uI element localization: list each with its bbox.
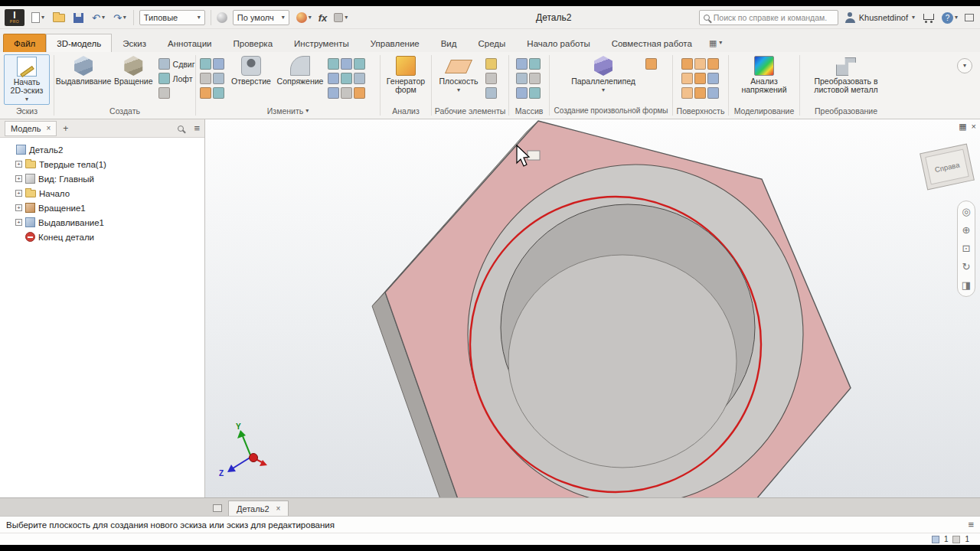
measure-button[interactable]: ▾ — [332, 11, 349, 24]
expander-icon[interactable]: + — [15, 175, 22, 182]
save-button[interactable] — [72, 11, 85, 24]
tab-file[interactable]: Файл — [3, 34, 46, 52]
delete-face-icon[interactable] — [341, 87, 352, 99]
parameters-button[interactable]: fx — [318, 12, 328, 24]
pattern-along-curve-icon[interactable] — [516, 87, 528, 99]
redo-button[interactable]: ↷▾ — [112, 11, 128, 24]
revolve-button[interactable]: Вращение — [113, 54, 155, 87]
material-dropdown[interactable]: По умолч ▾ — [233, 10, 289, 25]
unwrap-icon[interactable] — [213, 87, 224, 99]
browser-search-icon[interactable] — [178, 126, 184, 132]
tree-item-solid-bodies[interactable]: + Твердые тела(1) — [3, 157, 201, 171]
stress-analysis-button[interactable]: Анализ напряжений — [733, 54, 795, 96]
app-store-cart-icon[interactable] — [922, 12, 935, 23]
point-icon[interactable] — [485, 73, 497, 84]
suppress-pattern-icon[interactable] — [529, 87, 541, 99]
tab-sketch[interactable]: Эскиз — [112, 34, 157, 52]
tab-inspect[interactable]: Проверка — [223, 34, 284, 52]
sweep-button[interactable]: Сдвиг — [158, 58, 195, 70]
panel-label-pattern[interactable]: Массив — [509, 104, 549, 117]
sketch-pattern-icon[interactable] — [529, 73, 541, 84]
extrude-button[interactable]: Выдавливание — [58, 54, 109, 87]
loft-button[interactable]: Лофт — [158, 73, 195, 84]
tree-item-revolution1[interactable]: + Вращение1 — [3, 201, 201, 215]
ucs-icon[interactable] — [485, 87, 497, 99]
add-browser-tab-button[interactable]: + — [63, 123, 68, 134]
thicken-icon[interactable] — [328, 87, 339, 99]
rectangular-pattern-icon[interactable] — [516, 58, 528, 70]
expander-icon[interactable]: + — [15, 190, 22, 197]
stitch-icon[interactable] — [681, 58, 693, 70]
trim-surface-icon[interactable] — [707, 58, 719, 70]
expander-icon[interactable]: + — [15, 161, 22, 168]
start-2d-sketch-button[interactable]: Начать 2D-эскиз ▾ — [4, 54, 50, 105]
browser-menu-icon[interactable]: ≡ — [194, 122, 200, 134]
pan-icon[interactable]: ⊕ — [962, 225, 971, 236]
decal-icon[interactable] — [200, 73, 211, 84]
shell-icon[interactable] — [341, 58, 352, 70]
help-button[interactable]: ? ▾ — [942, 12, 958, 24]
new-file-button[interactable]: ▾ — [30, 11, 46, 24]
orbit-icon[interactable]: ↻ — [962, 262, 971, 272]
panel-label-convert[interactable]: Преобразование — [800, 104, 892, 117]
tree-item-origin[interactable]: + Начало — [3, 186, 201, 201]
document-list-icon[interactable] — [213, 504, 222, 512]
tab-view[interactable]: Вид — [430, 34, 468, 52]
tree-item-end-of-part[interactable]: Конец детали — [3, 230, 201, 244]
panel-toggle-icon[interactable] — [965, 14, 974, 21]
rib-icon[interactable] — [200, 58, 211, 70]
fillet-button[interactable]: Сопряжение — [276, 54, 324, 87]
tree-item-extrusion1[interactable]: + Выдавливание1 — [3, 215, 201, 230]
tab-environments[interactable]: Среды — [468, 34, 517, 52]
tree-item-view-main[interactable]: + Вид: Главный — [3, 171, 201, 186]
viewcube[interactable]: Справа — [920, 144, 975, 190]
tree-item-part-root[interactable]: Деталь2 — [3, 142, 201, 157]
expander-icon[interactable]: + — [15, 219, 22, 226]
shape-generator-button[interactable]: Генератор форм — [384, 54, 427, 96]
sculpt-icon[interactable] — [694, 73, 706, 84]
bore-bottom-face[interactable] — [508, 255, 737, 468]
panel-label-sketch[interactable]: Эскиз — [0, 104, 54, 117]
patch-icon[interactable] — [694, 58, 706, 70]
preset-dropdown[interactable]: Типовые ▾ — [139, 10, 205, 25]
coil-button[interactable] — [158, 87, 195, 99]
combine-icon[interactable] — [354, 73, 365, 84]
tab-manage[interactable]: Управление — [360, 34, 430, 52]
freeform-box-button[interactable]: Параллелепипед ▾ — [565, 54, 642, 95]
tab-3d-model[interactable]: 3D-модель — [46, 34, 112, 52]
mirror-icon[interactable] — [516, 73, 528, 84]
panel-label-work-features[interactable]: Рабочие элементы — [432, 104, 508, 117]
axis-icon[interactable] — [485, 58, 497, 70]
move-bodies-icon[interactable] — [354, 87, 365, 99]
hole-button[interactable]: Отверстие — [230, 54, 273, 87]
expander-icon[interactable]: + — [15, 204, 22, 211]
tab-get-started[interactable]: Начало работы — [516, 34, 600, 52]
open-button[interactable] — [51, 12, 67, 24]
split-icon[interactable] — [341, 73, 352, 84]
offset-surface-icon[interactable] — [694, 87, 706, 99]
panel-label-create[interactable]: Создать — [54, 104, 195, 117]
delete-surface-icon[interactable] — [681, 87, 693, 99]
zoom-icon[interactable]: ⊡ — [962, 243, 971, 254]
derive-icon[interactable] — [213, 73, 224, 84]
undo-button[interactable]: ↶▾ — [90, 11, 106, 24]
plane-button[interactable]: Плоскость ▾ — [436, 54, 482, 95]
extend-surface-icon[interactable] — [681, 73, 693, 84]
appearance-dropdown[interactable]: ▾ — [295, 11, 313, 24]
tab-annotate[interactable]: Аннотации — [157, 34, 222, 52]
user-menu[interactable]: Khusnetdinof ▾ — [845, 12, 915, 23]
canvas-split-icon[interactable]: ▦ — [959, 122, 966, 132]
panel-label-explore[interactable]: Анализ — [381, 104, 431, 117]
tab-collaborate[interactable]: Совместная работа — [601, 34, 703, 52]
draft-icon[interactable] — [354, 58, 365, 70]
search-input[interactable] — [714, 13, 838, 22]
chamfer-icon[interactable] — [328, 58, 339, 70]
inventor-logo[interactable]: I PRO — [5, 9, 24, 26]
circular-pattern-icon[interactable] — [529, 58, 541, 70]
canvas-close-icon[interactable]: × — [972, 122, 976, 132]
browser-tab-model[interactable]: Модель × — [5, 121, 57, 136]
panel-label-surface[interactable]: Поверхность — [673, 104, 728, 117]
panel-label-modify[interactable]: Изменить ▾ — [196, 104, 380, 117]
panel-label-freeform[interactable]: Создание произвольной формы — [550, 104, 672, 117]
look-at-icon[interactable]: ◨ — [962, 280, 971, 291]
